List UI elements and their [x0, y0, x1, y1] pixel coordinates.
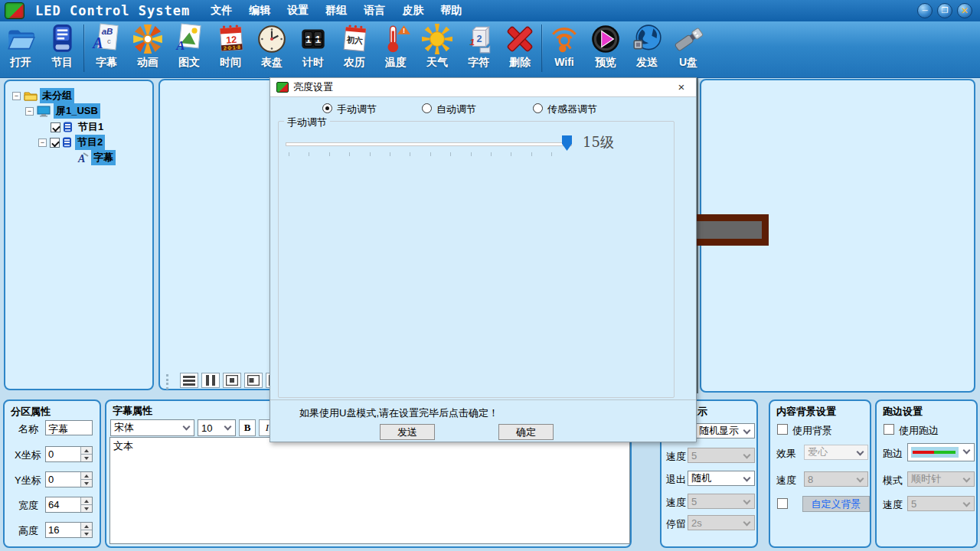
spin-up-icon[interactable] — [81, 472, 92, 480]
panel-title: 内容背景设置 — [776, 405, 836, 419]
close-button[interactable]: ✕ — [957, 3, 972, 18]
usb-mode-note: 如果使用U盘模式,请在设置完毕后点击确定！ — [299, 406, 498, 420]
radio-manual-label[interactable]: 手动调节 — [337, 103, 377, 116]
toolbar-open-button[interactable]: 打开 — [0, 21, 41, 77]
radio-sensor-label[interactable]: 传感器调节 — [547, 103, 597, 116]
minimize-button[interactable]: ─ — [917, 3, 933, 18]
menu-language[interactable]: 语言 — [363, 4, 386, 18]
menubar: 文件 编辑 设置 群组 语言 皮肤 帮助 — [210, 4, 462, 18]
spin-up-icon[interactable] — [81, 447, 92, 455]
bold-button[interactable]: B — [239, 419, 256, 436]
spin-down-icon[interactable] — [81, 480, 92, 487]
y-spinner[interactable]: 0 — [45, 471, 93, 487]
toolbar-character-button[interactable]: 21 字符 — [458, 21, 499, 77]
content-background-panel: 内容背景设置 使用背景 效果 爱心 速度 8 自定义背景 — [769, 399, 871, 548]
tree-item-subtitle[interactable]: 字幕 — [91, 150, 116, 165]
menu-group[interactable]: 群组 — [325, 4, 348, 18]
svg-text:1: 1 — [469, 37, 474, 47]
spin-down-icon[interactable] — [81, 505, 92, 512]
subtitle-text-area[interactable]: 文本 — [109, 437, 630, 544]
tree-item-program2[interactable]: 节目2 — [75, 135, 105, 150]
menu-settings[interactable]: 设置 — [286, 4, 309, 18]
toolbar-weather-button[interactable]: 天气 — [416, 21, 458, 77]
spin-down-icon[interactable] — [81, 455, 92, 461]
spin-down-icon[interactable] — [81, 530, 92, 537]
use-background-checkbox[interactable] — [777, 424, 788, 435]
toolbar-send-button[interactable]: 发送 — [626, 21, 668, 77]
use-border-checkbox[interactable] — [884, 424, 894, 435]
brightness-slider-track[interactable] — [286, 142, 572, 146]
display-mode-select[interactable]: 随机显示 — [688, 423, 755, 439]
tree-item-program1[interactable]: 节目1 — [76, 119, 106, 135]
collapse-icon[interactable] — [38, 139, 47, 147]
chevron-down-icon — [743, 452, 751, 459]
toolbar-subtitle-button[interactable]: aBcA 字幕 — [86, 21, 127, 77]
custom-background-button[interactable]: 自定义背景 — [802, 496, 870, 512]
collapse-icon[interactable] — [12, 92, 21, 100]
toolbar-program-button[interactable]: 节目 — [41, 21, 83, 77]
dialog-close-icon[interactable]: × — [675, 80, 688, 93]
menu-edit[interactable]: 编辑 — [248, 4, 271, 18]
radio-auto-label[interactable]: 自动调节 — [436, 103, 476, 116]
spin-up-icon[interactable] — [81, 497, 92, 505]
restore-button[interactable]: ❐ — [937, 3, 952, 18]
radio-sensor[interactable] — [533, 103, 543, 113]
font-family-select[interactable]: 宋体 — [110, 419, 194, 436]
tree-item-screen[interactable]: 屏1_USB — [54, 103, 100, 119]
toolbar-temperature-button[interactable]: ! 温度 — [375, 21, 416, 77]
toolbar-lunar-button[interactable]: 初六 农历 — [334, 21, 375, 77]
align-rows-button[interactable] — [180, 373, 198, 388]
font-size-select[interactable]: 10 — [198, 419, 236, 436]
checkbox-program1[interactable] — [51, 122, 60, 132]
custom-bg-checkbox[interactable] — [777, 498, 788, 509]
tree-row-screen[interactable]: 屏1_USB — [25, 104, 100, 118]
dialog-app-icon — [276, 82, 289, 93]
tree-item-group[interactable]: 未分组 — [40, 88, 74, 103]
x-spinner[interactable]: 0 — [45, 446, 93, 462]
align-left-button[interactable] — [244, 373, 263, 388]
menu-skin[interactable]: 皮肤 — [401, 4, 424, 18]
toolbar-image-text-button[interactable]: A 图文 — [168, 21, 210, 77]
height-spinner[interactable]: 16 — [45, 522, 93, 538]
toolbar-wifi-button[interactable]: Wifi — [544, 21, 585, 77]
program-doc-icon — [62, 137, 73, 148]
clock-dial-icon — [256, 23, 288, 55]
toolbar-usb-button[interactable]: U盘 — [668, 21, 709, 77]
radio-auto[interactable] — [422, 103, 432, 113]
menu-file[interactable]: 文件 — [210, 4, 233, 18]
globe-send-icon — [631, 23, 663, 55]
toolbar-timer-button[interactable]: 11 计时 — [292, 21, 334, 77]
radio-manual[interactable] — [322, 103, 332, 113]
toolbar-time-button[interactable]: 122·0·1·8 时间 — [210, 21, 251, 77]
menu-help[interactable]: 帮助 — [439, 4, 462, 18]
border-style-select[interactable] — [907, 443, 975, 461]
tree-row-program1[interactable]: 节目1 — [51, 120, 106, 134]
svg-text:aB: aB — [102, 27, 113, 36]
sun-icon — [421, 23, 453, 55]
exit-mode-select[interactable]: 随机 — [688, 471, 755, 486]
main-toolbar: 打开 节目 aBcA 字幕 动画 A 图文 122·0·1·8 时间 表盘 11… — [0, 21, 980, 78]
play-preview-icon — [590, 23, 622, 55]
send-button[interactable]: 发送 — [380, 424, 435, 440]
name-input[interactable]: 字幕 — [45, 420, 93, 435]
ok-button[interactable]: 确定 — [498, 424, 554, 440]
tree-row-subtitle[interactable]: A 字幕 — [77, 151, 116, 165]
tree-row-program2[interactable]: 节目2 — [38, 135, 105, 149]
folder-open-icon — [5, 23, 37, 55]
name-label: 名称 — [18, 422, 38, 436]
toolbar-preview-button[interactable]: 预览 — [585, 21, 626, 77]
image-text-icon: A — [173, 23, 205, 55]
width-spinner[interactable]: 64 — [45, 497, 93, 513]
checkbox-program2[interactable] — [50, 138, 60, 148]
toolbar-delete-button[interactable]: 删除 — [499, 21, 541, 77]
speed-label: 速度 — [666, 450, 686, 464]
tree-row-group[interactable]: 未分组 — [12, 89, 74, 103]
toolbar-dial-button[interactable]: 表盘 — [251, 21, 292, 77]
collapse-icon[interactable] — [25, 107, 34, 116]
border-mode-label: 模式 — [883, 474, 903, 487]
align-columns-button[interactable] — [201, 373, 220, 388]
align-center-button[interactable] — [223, 373, 241, 388]
toolbar-animation-button[interactable]: 动画 — [127, 21, 168, 77]
dialog-titlebar[interactable]: 亮度设置 × — [270, 78, 696, 97]
spin-up-icon[interactable] — [81, 523, 92, 530]
